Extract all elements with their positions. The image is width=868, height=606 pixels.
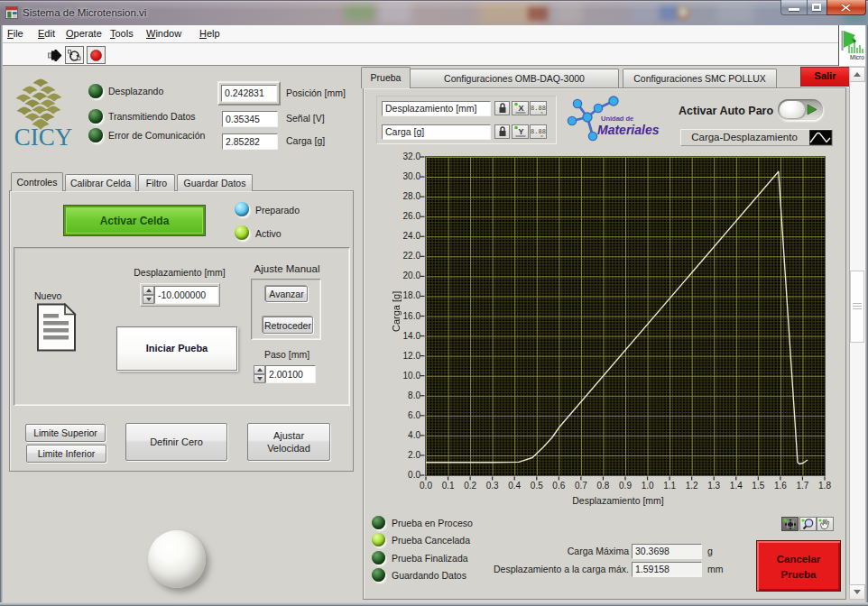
svg-text:8.88: 8.88 <box>531 128 546 135</box>
svg-text:X: X <box>518 104 523 113</box>
svg-text:Y: Y <box>518 127 523 136</box>
svg-text:Materiales: Materiales <box>597 123 660 137</box>
svg-text:8.88: 8.88 <box>531 105 546 112</box>
svg-text:CICY: CICY <box>14 124 73 150</box>
svg-text:Micro: Micro <box>850 54 864 60</box>
